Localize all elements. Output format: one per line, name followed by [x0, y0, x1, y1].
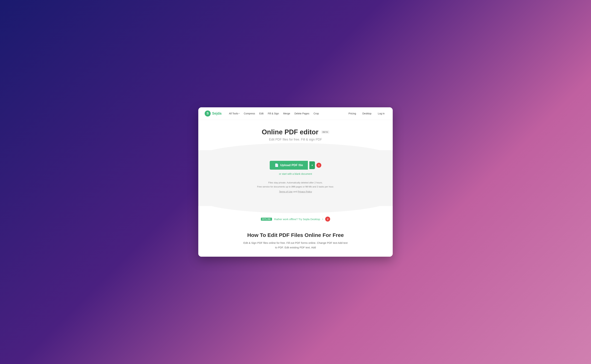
privacy-policy-link[interactable]: Privacy Policy	[298, 190, 312, 193]
upload-pdf-button[interactable]: 📄 Upload PDF file	[270, 161, 308, 170]
nav-all-tools[interactable]: All Tools ▾	[227, 111, 241, 116]
nav-compress[interactable]: Compress	[242, 111, 257, 116]
hero-subtitle: Edit PDF files for free. Fill & sign PDF	[205, 138, 386, 141]
pdf-file-icon: 📄	[275, 163, 279, 167]
logo-icon: S	[205, 110, 211, 117]
chevron-down-icon: ▾	[239, 112, 240, 114]
logo-text: Sejda	[212, 111, 222, 116]
main-content: Online PDF editor BETA Edit PDF files fo…	[198, 120, 393, 257]
hero-section: Online PDF editor BETA Edit PDF files fo…	[198, 120, 393, 141]
terms-of-use-link[interactable]: Terms of Use	[279, 190, 293, 193]
upload-section: 📄 Upload PDF file ▾ 1 or start with a bl…	[198, 150, 393, 206]
arrow-right-icon: ›	[322, 217, 323, 221]
howto-section: How To Edit PDF Files Online For Free Ed…	[198, 229, 393, 257]
offline-banner[interactable]: OFFLINE Rather work offline? Try Sejda D…	[261, 217, 323, 221]
blank-document-link[interactable]: or start with a blank document	[205, 172, 386, 175]
howto-text: Edit & Sign PDF files online for free. F…	[242, 240, 349, 250]
offline-tag: OFFLINE	[261, 218, 272, 221]
nav-delete-pages[interactable]: Delete Pages	[293, 111, 311, 116]
privacy-line1: Files stay private. Automatically delete…	[205, 181, 386, 185]
chevron-down-icon: ▾	[312, 164, 313, 167]
privacy-line2: Free service for documents up to 200 pag…	[205, 185, 386, 189]
upload-dropdown-button[interactable]: ▾	[309, 161, 315, 169]
nav-left: All Tools ▾ Compress Edit Fill & Sign Me…	[227, 111, 347, 116]
nav-login[interactable]: Log in	[376, 111, 386, 116]
nav-desktop[interactable]: Desktop	[361, 111, 373, 116]
page-title: Online PDF editor BETA	[205, 128, 386, 136]
nav-merge[interactable]: Merge	[281, 111, 292, 116]
nav-edit[interactable]: Edit	[257, 111, 265, 116]
main-window: S Sejda All Tools ▾ Compress Edit Fill &…	[198, 107, 393, 257]
privacy-info: Files stay private. Automatically delete…	[205, 181, 386, 194]
upload-button-group: 📄 Upload PDF file ▾ 1	[205, 161, 386, 170]
beta-badge: BETA	[321, 130, 329, 134]
nav-right: Pricing Desktop Log in	[347, 111, 386, 116]
howto-title: How To Edit PDF Files Online For Free	[205, 232, 386, 238]
nav-crop[interactable]: Crop	[312, 111, 321, 116]
navbar: S Sejda All Tools ▾ Compress Edit Fill &…	[198, 107, 393, 120]
nav-pricing[interactable]: Pricing	[347, 111, 358, 116]
step-1-badge: 1	[316, 163, 321, 168]
privacy-links: Terms of Use and Privacy Policy	[205, 190, 386, 194]
step-2-badge: 2	[325, 217, 330, 221]
offline-text: Rather work offline? Try Sejda Desktop	[274, 218, 320, 221]
logo[interactable]: S Sejda	[205, 110, 222, 117]
nav-fill-sign[interactable]: Fill & Sign	[266, 111, 281, 116]
